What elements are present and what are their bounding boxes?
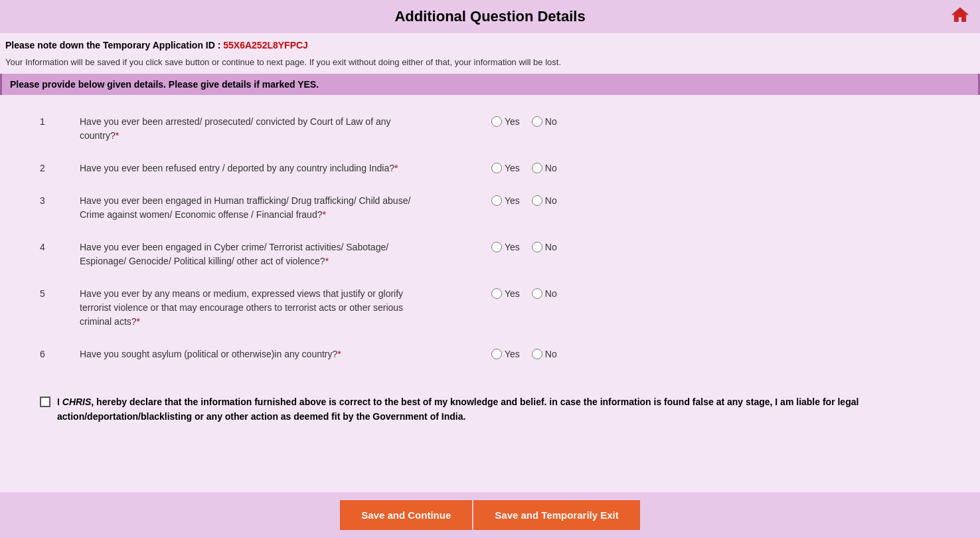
radio-no-label-4: No — [545, 242, 557, 252]
radio-yes-input-4[interactable] — [491, 242, 502, 252]
save-continue-button[interactable]: Save and Continue — [340, 500, 472, 530]
radio-yes-label-2: Yes — [505, 163, 520, 173]
question-text-6: Have you sought asylum (political or oth… — [80, 347, 425, 361]
declaration-text: I CHRIS, hereby declare that the informa… — [57, 395, 940, 424]
radio-no-input-5[interactable] — [532, 288, 542, 299]
question-number-4: 4 — [40, 240, 80, 252]
radio-no-label-1: No — [545, 116, 557, 127]
footer-buttons: Save and Continue Save and Temporarily E… — [0, 492, 980, 538]
radio-yes-label-4: Yes — [505, 242, 520, 252]
radio-yes-5[interactable]: Yes — [491, 288, 520, 299]
question-row: 4 Have you ever been engaged in Cyber cr… — [40, 231, 940, 278]
required-marker-6: * — [337, 349, 341, 359]
radio-no-1[interactable]: No — [532, 116, 557, 127]
question-number-2: 2 — [40, 161, 80, 173]
question-text-1: Have you ever been arrested/ prosecuted/… — [80, 115, 425, 143]
radio-no-input-1[interactable] — [532, 116, 542, 127]
radio-no-label-6: No — [545, 349, 557, 359]
question-row: 2 Have you ever been refused entry / dep… — [40, 152, 940, 185]
radio-group-2: Yes No — [491, 161, 598, 173]
question-row: 5 Have you ever by any means or medium, … — [40, 278, 940, 338]
question-number-6: 6 — [40, 347, 80, 359]
question-number-5: 5 — [40, 287, 80, 299]
radio-yes-6[interactable]: Yes — [491, 349, 520, 359]
declaration-checkbox[interactable] — [40, 397, 50, 407]
radio-group-5: Yes No — [491, 287, 598, 299]
radio-yes-label-5: Yes — [505, 288, 520, 299]
declaration-section: I CHRIS, hereby declare that the informa… — [0, 381, 980, 435]
question-text-4: Have you ever been engaged in Cyber crim… — [80, 240, 425, 268]
radio-no-4[interactable]: No — [532, 242, 557, 252]
radio-group-3: Yes No — [491, 194, 598, 206]
radio-no-label-3: No — [545, 195, 557, 206]
radio-no-6[interactable]: No — [532, 349, 557, 359]
svg-marker-0 — [952, 8, 969, 22]
radio-no-3[interactable]: No — [532, 195, 557, 206]
radio-no-input-6[interactable] — [532, 349, 542, 359]
question-row: 6 Have you sought asylum (political or o… — [40, 338, 940, 371]
radio-yes-label-1: Yes — [505, 116, 520, 127]
radio-yes-4[interactable]: Yes — [491, 242, 520, 252]
home-icon[interactable] — [951, 5, 969, 28]
temp-id-section: Please note down the Temporary Applicati… — [0, 33, 980, 54]
question-row: 3 Have you ever been engaged in Human tr… — [40, 185, 940, 231]
question-number-3: 3 — [40, 194, 80, 206]
radio-yes-3[interactable]: Yes — [491, 195, 520, 206]
declaration-name: CHRIS — [62, 397, 92, 407]
question-text-2: Have you ever been refused entry / depor… — [80, 161, 425, 175]
questions-section: 1 Have you ever been arrested/ prosecute… — [0, 95, 980, 381]
radio-yes-1[interactable]: Yes — [491, 116, 520, 127]
radio-yes-label-3: Yes — [505, 195, 520, 206]
instruction-bar: Please provide below given details. Plea… — [0, 74, 980, 95]
radio-yes-input-3[interactable] — [491, 195, 502, 206]
save-exit-button[interactable]: Save and Temporarily Exit — [473, 500, 639, 530]
required-marker-2: * — [394, 163, 398, 173]
question-number-1: 1 — [40, 115, 80, 127]
question-text-5: Have you ever by any means or medium, ex… — [80, 287, 425, 329]
page-title: Additional Question Details — [394, 8, 585, 25]
question-text-3: Have you ever been engaged in Human traf… — [80, 194, 425, 222]
temp-id-value: 55X6A252L8YFPCJ — [223, 40, 308, 50]
required-marker-1: * — [116, 130, 119, 141]
required-marker-4: * — [325, 256, 329, 266]
radio-no-input-4[interactable] — [532, 242, 542, 252]
radio-yes-2[interactable]: Yes — [491, 163, 520, 173]
page-header: Additional Question Details — [0, 0, 980, 33]
radio-no-input-2[interactable] — [532, 163, 542, 173]
temp-id-label: Please note down the Temporary Applicati… — [5, 40, 220, 50]
question-row: 1 Have you ever been arrested/ prosecute… — [40, 106, 940, 152]
required-marker-5: * — [137, 316, 140, 327]
radio-yes-label-6: Yes — [505, 349, 520, 359]
radio-no-2[interactable]: No — [532, 163, 557, 173]
radio-no-label-5: No — [545, 288, 557, 299]
radio-no-input-3[interactable] — [532, 195, 542, 206]
radio-group-4: Yes No — [491, 240, 598, 252]
radio-yes-input-5[interactable] — [491, 288, 502, 299]
radio-yes-input-1[interactable] — [491, 116, 502, 127]
info-text: Your Information will be saved if you cl… — [0, 54, 980, 74]
radio-group-1: Yes No — [491, 115, 598, 127]
radio-no-label-2: No — [545, 163, 557, 173]
radio-group-6: Yes No — [491, 347, 598, 359]
radio-yes-input-2[interactable] — [491, 163, 502, 173]
required-marker-3: * — [322, 209, 325, 220]
radio-no-5[interactable]: No — [532, 288, 557, 299]
radio-yes-input-6[interactable] — [491, 349, 502, 359]
